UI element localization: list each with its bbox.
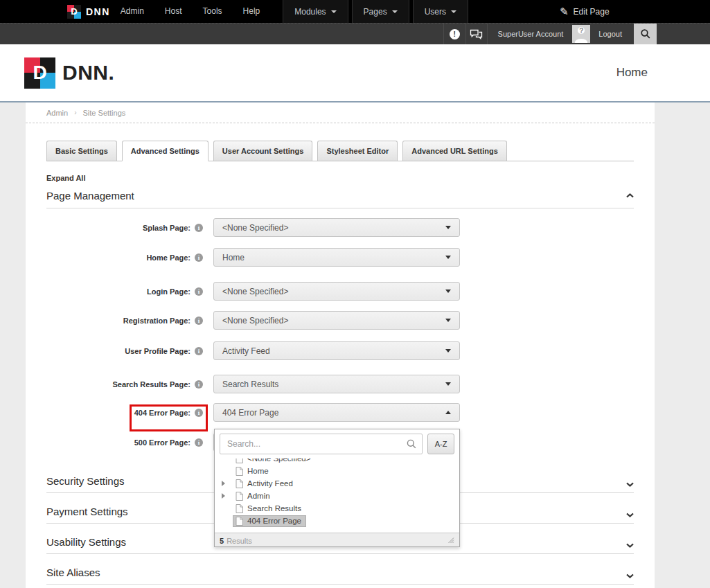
search-icon [640,28,651,39]
settings-tab[interactable]: Advanced Settings [122,141,208,161]
section-title: Page Management [46,190,134,202]
field-label-cell: 500 Error Page: i [46,438,203,447]
site-nav-home[interactable]: Home [616,66,648,80]
topbar-menu-button[interactable]: Pages [352,0,409,23]
dnn-logo-text: DNN [86,6,110,17]
page-icon [236,479,243,488]
page-select-dropdown[interactable]: <None Specified> [213,282,460,301]
selected-page-value: Activity Feed [222,346,270,356]
form-row: Home Page: i Home [46,248,634,267]
messages-button[interactable] [465,24,488,44]
settings-tab[interactable]: Advanced URL Settings [402,141,507,161]
dropdown-caret-icon [445,256,451,259]
resize-handle[interactable] [447,536,454,544]
edit-page-button[interactable]: ✎ Edit Page [560,0,610,23]
tree-node[interactable]: 404 Error Page [233,515,306,527]
tree-expander-icon[interactable] [222,506,233,511]
topbar-nav-link[interactable]: Host [154,0,193,23]
section-title: Usability Settings [46,536,126,548]
notifications-button[interactable]: ! [443,24,465,44]
form-row: Search Results Page: i Search Results [46,375,634,393]
topbar-menu-button[interactable]: Modules [283,0,348,23]
info-icon[interactable]: i [195,224,203,232]
page-select-dropdown[interactable]: Activity Feed [213,341,460,360]
selected-page-value: <None Specified> [222,287,288,296]
dnn-logo-small: D DNN [67,5,110,19]
pencil-icon: ✎ [560,6,569,17]
page-select-dropdown[interactable]: 404 Error Page [213,403,460,422]
field-label: User Profile Page: [125,347,190,355]
topbar-nav-link[interactable]: Admin [110,0,154,23]
form-row: User Profile Page: i Activity Feed [46,341,634,360]
tree-expander-icon[interactable] [222,458,233,461]
page-tree-item[interactable]: Search Results [222,502,459,515]
info-icon[interactable]: i [195,347,203,355]
page-tree-item[interactable]: 404 Error Page [222,515,459,527]
chevron-down-icon [392,10,398,13]
page-tree-item-label: Admin [247,492,270,500]
sort-az-button[interactable]: A-Z [427,434,454,454]
tree-expander-icon[interactable] [222,518,233,524]
chevron-up-icon [626,193,634,198]
results-count: 5 [220,537,224,545]
page-icon [236,492,243,501]
tree-expander-icon[interactable] [222,481,233,486]
page-search-input[interactable] [220,434,423,454]
page-icon [236,458,243,463]
page-tree-item[interactable]: Activity Feed [222,477,459,490]
info-icon[interactable]: i [195,253,203,262]
section-header-page-management[interactable]: Page Management [46,190,634,208]
breadcrumb-admin[interactable]: Admin [46,109,68,117]
dnn-logo-icon-large: D [24,57,55,89]
selected-page-value: Search Results [222,380,278,389]
field-label: Splash Page: [143,224,190,232]
tree-node[interactable]: Search Results [233,503,306,515]
selected-page-value: <None Specified> [222,223,288,233]
dropdown-caret-icon [445,382,451,386]
chevron-down-icon [331,10,337,13]
tree-node[interactable]: Home [233,465,274,477]
section-title: Site Aliases [46,567,100,578]
breadcrumb-separator-icon: › [74,109,76,116]
page-tree-item[interactable]: <None Specified> [222,458,459,465]
tree-node[interactable]: Admin [233,490,275,502]
tree-node[interactable]: <None Specified> [233,458,315,465]
page-tree-item-label: <None Specified> [247,458,310,463]
settings-tab[interactable]: User Account Settings [213,141,313,161]
user-avatar[interactable]: ? [572,25,590,43]
topbar-nav-link[interactable]: Help [233,0,271,23]
topbar-nav-link[interactable]: Tools [193,0,233,23]
site-logo[interactable]: D DNN. [24,57,114,89]
collapsed-section-header[interactable]: Site Aliases [46,554,634,585]
form-row: Splash Page: i <None Specified> [46,218,634,237]
info-icon[interactable]: i [195,287,203,296]
search-icon [407,439,416,449]
page-select-dropdown[interactable]: <None Specified> [213,311,460,330]
page-tree-item-label: Search Results [247,504,301,513]
logout-link[interactable]: Logout [598,30,622,38]
page-tree-item[interactable]: Admin [222,490,459,502]
info-icon[interactable]: i [195,380,203,389]
tree-expander-icon[interactable] [222,493,233,499]
expand-all-link[interactable]: Expand All [46,174,634,182]
breadcrumb-site-settings[interactable]: Site Settings [83,109,126,117]
info-icon[interactable]: i [195,409,203,417]
tree-node[interactable]: Activity Feed [233,478,298,490]
account-name-link[interactable]: SuperUser Account [498,30,564,38]
settings-tab[interactable]: Stylesheet Editor [317,141,398,161]
alert-icon: ! [450,29,460,39]
page-select-dropdown[interactable]: <None Specified> [213,218,460,237]
settings-tabs: Basic Settings Advanced Settings User Ac… [46,141,634,161]
settings-tab[interactable]: Basic Settings [46,141,117,161]
page-select-dropdown[interactable]: Search Results [213,375,460,393]
info-icon[interactable]: i [195,317,203,325]
topbar-menu-label: Users [425,7,446,17]
field-label-cell: 404 Error Page: i [46,409,203,417]
page-tree-item[interactable]: Home [222,465,459,477]
info-icon[interactable]: i [195,438,203,447]
tree-expander-icon[interactable] [222,468,233,474]
page-select-dropdown[interactable]: Home [213,248,460,267]
topbar-menu-button[interactable]: Users [413,0,468,23]
site-search-button[interactable] [634,24,657,44]
dropdown-caret-icon [445,226,451,229]
